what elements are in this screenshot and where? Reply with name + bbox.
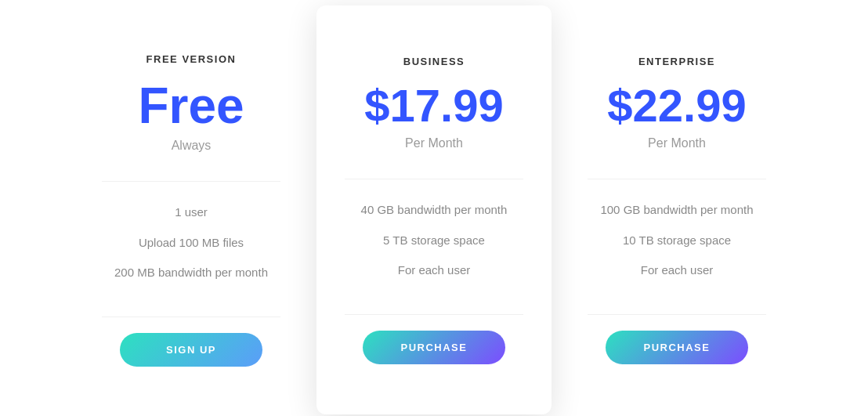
divider2-free — [102, 317, 280, 317]
plan-features-business: 40 GB bandwidth per month5 TB storage sp… — [345, 195, 523, 286]
plan-period-free: Always — [102, 139, 280, 153]
feature-item: 100 GB bandwidth per month — [588, 195, 766, 226]
divider-enterprise — [588, 179, 766, 179]
pricing-container: FREE VERSIONFreeAlways1 userUpload 100 M… — [0, 0, 868, 416]
feature-item: 5 TB storage space — [345, 226, 523, 256]
plan-name-business: BUSINESS — [345, 56, 523, 67]
purchase-button-enterprise[interactable]: PURCHASE — [606, 331, 748, 364]
divider-business — [345, 179, 523, 179]
plan-features-enterprise: 100 GB bandwidth per month10 TB storage … — [588, 195, 766, 286]
divider2-enterprise — [588, 314, 766, 315]
plan-price-business: $17.99 — [345, 83, 523, 128]
divider2-business — [345, 314, 523, 315]
feature-item: 1 user — [102, 197, 280, 228]
purchase-button-business[interactable]: PURCHASE — [363, 331, 505, 364]
pricing-card-enterprise: ENTERPRISE$22.99Per Month100 GB bandwidt… — [559, 18, 794, 402]
pricing-card-business: BUSINESS$17.99Per Month40 GB bandwidth p… — [316, 5, 552, 414]
plan-price-enterprise: $22.99 — [588, 83, 766, 128]
pricing-card-free: FREE VERSIONFreeAlways1 userUpload 100 M… — [74, 16, 309, 404]
plan-features-free: 1 userUpload 100 MB files200 MB bandwidt… — [102, 197, 280, 288]
plan-price-free: Free — [102, 81, 280, 131]
plan-period-business: Per Month — [345, 136, 523, 150]
divider-free — [102, 181, 280, 182]
feature-item: For each user — [345, 255, 523, 286]
feature-item: For each user — [588, 255, 766, 286]
plan-name-enterprise: ENTERPRISE — [588, 56, 766, 67]
feature-item: 40 GB bandwidth per month — [345, 195, 523, 226]
signup-button-free[interactable]: SIGN UP — [120, 333, 262, 367]
feature-item: 200 MB bandwidth per month — [102, 258, 280, 288]
feature-item: 10 TB storage space — [588, 226, 766, 256]
feature-item: Upload 100 MB files — [102, 228, 280, 259]
plan-period-enterprise: Per Month — [588, 136, 766, 150]
plan-name-free: FREE VERSION — [102, 53, 280, 65]
